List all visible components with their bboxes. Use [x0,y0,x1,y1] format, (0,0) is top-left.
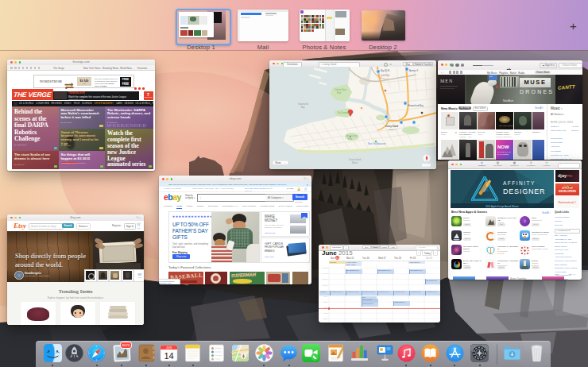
svg-text:⌄: ⌄ [284,161,287,164]
svg-text:New York Aquarium: New York Aquarium [368,142,386,145]
svg-text:Bay: Bay [301,106,305,109]
svg-text:2 PM: 2 PM [323,301,327,303]
svg-text:Coney Island: Coney Island [385,125,399,128]
svg-text:JUN: JUN [166,346,172,350]
svg-text:Asser Levy: Asser Levy [346,134,358,137]
svg-text:Sheepshead Bay: Sheepshead Bay [408,104,424,107]
svg-text:Park: Park [337,91,342,95]
svg-text:Coney Island: Coney Island [349,158,362,161]
svg-text:Gravesend: Gravesend [298,102,308,106]
svg-text:14: 14 [164,351,173,361]
svg-text:10 AM: 10 AM [323,278,327,280]
svg-text:9 AM: 9 AM [323,272,327,274]
svg-text:Bay 50 St: Bay 50 St [381,69,390,72]
svg-text:Show: Show [275,161,281,164]
svg-text:8 AM: 8 AM [323,267,327,268]
svg-text:4 PM: 4 PM [323,312,327,314]
svg-text:Quik Park: Quik Park [381,74,390,77]
svg-text:11 AM: 11 AM [323,284,327,286]
svg-text:5 PM: 5 PM [323,318,327,319]
svg-text:1 PM: 1 PM [323,296,327,297]
svg-text:Avenue X: Avenue X [409,69,418,72]
svg-text:Stillwell Av: Stillwell Av [389,129,397,130]
svg-text:Park: Park [348,137,353,141]
svg-text:Six Diamonds: Six Diamonds [338,111,351,114]
svg-text:Calvert Vaux: Calvert Vaux [335,88,346,91]
svg-text:Beach: Beach [352,161,358,164]
